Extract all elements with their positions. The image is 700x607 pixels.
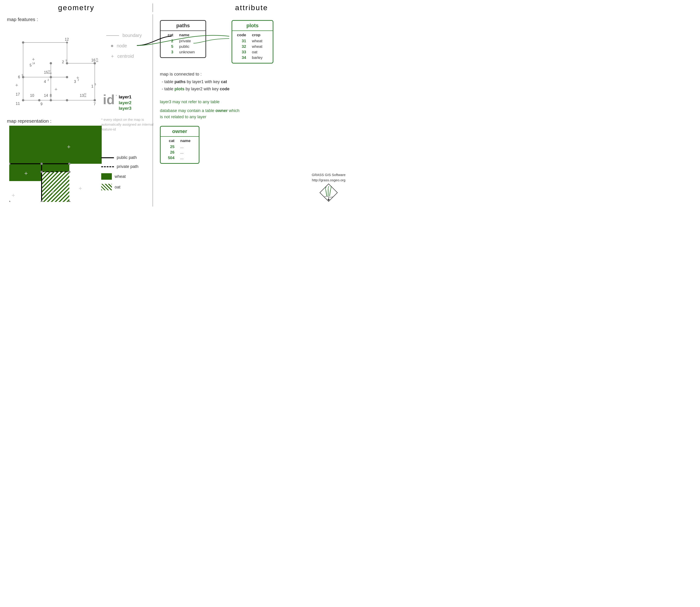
connection-item1: - table paths by layer1 with key cat [162, 80, 343, 84]
svg-point-11 [66, 62, 68, 64]
grass-text-line2: http://grass.osgeo.org [312, 178, 346, 182]
svg-text:+: + [12, 192, 15, 198]
svg-text:504: 504 [48, 72, 52, 75]
connection-item2: - table plots by layer2 with key code [162, 87, 343, 91]
svg-point-19 [38, 99, 40, 101]
legend-area: boundary node + centroid [106, 33, 157, 64]
svg-text:5: 5 [29, 63, 32, 67]
svg-point-77 [40, 163, 43, 165]
paths-name-0: private [179, 39, 198, 43]
svg-text:17: 17 [16, 92, 20, 96]
grass-text-line1: GRASS GIS Software [312, 173, 346, 177]
plots-table-body: code crop 31 wheat 32 wheat 33 [232, 31, 273, 63]
id-layer1: layer1 [119, 94, 131, 100]
private-path-label: private path [117, 164, 139, 169]
svg-marker-66 [42, 172, 69, 202]
public-path-label: public path [117, 155, 137, 160]
notes-section: layer3 may not refer to any table databa… [160, 100, 343, 120]
svg-text:2: 2 [48, 79, 49, 81]
boundary-line-icon [106, 35, 119, 36]
svg-text:14: 14 [44, 93, 48, 98]
owner-table-body: cat name 25 ... 26 ... 504 [161, 137, 199, 163]
svg-point-79 [40, 171, 43, 173]
plots-code-3: 34 [237, 56, 246, 60]
svg-text:8: 8 [50, 93, 52, 98]
oat-box-icon [101, 184, 112, 190]
note1: layer3 may not refer to any table [160, 100, 343, 104]
svg-text:1: 1 [91, 84, 94, 88]
svg-text:15: 15 [44, 70, 48, 75]
svg-text:5: 5 [22, 74, 23, 77]
owner-name-2: ... [180, 156, 194, 160]
owner-col-cat-header: cat [165, 139, 174, 143]
plots-col-code-header: code [237, 33, 246, 37]
paths-cat-1: 5 [165, 44, 173, 49]
svg-text:33: 33 [84, 93, 86, 95]
plots-crop-0: wheat [252, 39, 268, 43]
note2: database may contain a table owner which… [160, 108, 343, 120]
node-label: node [117, 43, 127, 48]
id-layers-area: id * layer1 layer2 layer3 [103, 93, 131, 111]
svg-point-18 [22, 99, 24, 101]
plots-crop-1: wheat [252, 44, 268, 49]
owner-row-0: 25 ... [165, 145, 194, 149]
svg-text:+: + [24, 170, 28, 177]
svg-text:10: 10 [30, 93, 34, 98]
svg-text:9: 9 [40, 102, 43, 106]
svg-text:4: 4 [44, 80, 46, 84]
svg-point-21 [66, 99, 68, 101]
paths-col-cat-header: cat [165, 33, 173, 37]
svg-text:26: 26 [84, 95, 86, 98]
centroid-label: centroid [117, 54, 134, 59]
svg-text:3: 3 [74, 80, 76, 84]
svg-text:11: 11 [16, 102, 20, 106]
svg-text:5: 5 [66, 59, 67, 62]
owner-cat-1: 26 [165, 150, 174, 155]
footnote-text: every object on the map is automatically… [101, 118, 153, 131]
owner-cat-2: 504 [165, 156, 174, 160]
svg-text:2: 2 [62, 60, 64, 64]
header-attribute: attribute [153, 3, 350, 12]
paths-cat-0: 2 [165, 39, 173, 43]
svg-text:+: + [32, 56, 35, 62]
svg-text:6: 6 [18, 75, 20, 79]
svg-text:16: 16 [91, 58, 96, 62]
private-path-line-icon [101, 166, 114, 167]
paths-table: paths cat name 2 private 5 public [160, 20, 206, 58]
paths-row-0: 2 private [165, 39, 201, 43]
plots-crop-2: oat [252, 50, 268, 55]
svg-point-17 [94, 99, 96, 101]
owner-table-header: owner [161, 127, 199, 137]
owner-section: owner cat name 25 ... 26 ... [160, 126, 343, 165]
wheat-box-icon [101, 173, 112, 180]
svg-text:7: 7 [94, 102, 96, 106]
svg-rect-65 [69, 164, 102, 202]
svg-text:14: 14 [32, 62, 35, 65]
map-diagram: + + + + 12 6 5 2 5 16 [9, 24, 106, 114]
map-rep-diagram: + + + + + [9, 126, 102, 202]
plots-table: plots code crop 31 wheat 32 wheat [231, 20, 273, 64]
header-geometry: geometry [0, 3, 152, 12]
svg-text:+: + [55, 86, 58, 92]
map-features-label: map features : [7, 17, 148, 22]
connection-title: map is connected to : [160, 71, 343, 77]
plots-code-0: 31 [237, 39, 246, 43]
svg-text:12: 12 [65, 37, 69, 41]
svg-point-13 [94, 62, 96, 64]
id-layer3: layer3 [119, 106, 131, 111]
plots-row-3: 34 barley [237, 56, 268, 60]
svg-text:+: + [51, 188, 54, 195]
svg-text:13: 13 [80, 93, 84, 98]
svg-text:+: + [15, 82, 18, 88]
id-layers-list: layer1 layer2 layer3 [119, 94, 131, 111]
svg-point-15 [50, 76, 52, 78]
id-label: id [103, 93, 115, 106]
svg-text:31: 31 [96, 58, 98, 60]
svg-marker-67 [9, 181, 42, 202]
paths-table-body: cat name 2 private 5 public 3 [161, 31, 205, 57]
paths-name-1: public [179, 44, 198, 49]
svg-text:32: 32 [48, 70, 50, 72]
plots-code-1: 32 [237, 44, 246, 49]
svg-text:+: + [67, 143, 70, 150]
paths-name-2: unknown [179, 50, 198, 55]
